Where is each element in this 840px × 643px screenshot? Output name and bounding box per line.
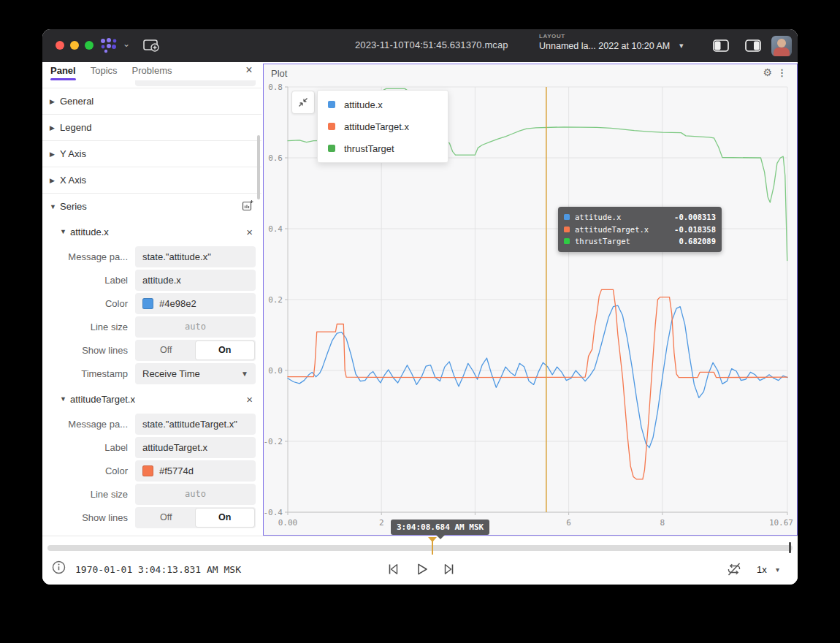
caret-right-icon: ▶ — [50, 124, 60, 132]
sidebar-close-icon[interactable]: × — [243, 64, 256, 77]
y-tick-label: 0.4 — [268, 224, 283, 234]
series-header-attitude-x[interactable]: ▼attitude.x× — [42, 219, 261, 244]
field-row-message-pa: Message pa...state."attitudeTarget.x" — [42, 414, 256, 435]
user-avatar[interactable] — [771, 36, 792, 56]
field-label: Timestamp — [42, 368, 135, 379]
line-size-input[interactable]: auto — [135, 316, 256, 338]
app-menu-chevron-icon[interactable]: ⌄ — [123, 39, 130, 49]
add-series-icon[interactable] — [242, 199, 254, 213]
playback-info-icon[interactable] — [52, 560, 66, 577]
tooltip-swatch-icon — [564, 227, 570, 232]
field-label: Color — [42, 465, 135, 476]
field-label: Label — [42, 275, 135, 286]
field-label: Line size — [42, 322, 135, 332]
sidebar-section-x-axis[interactable]: ▶X Axis — [42, 167, 261, 193]
legend-label: attitude.x — [344, 99, 383, 110]
toggle-option-off[interactable]: Off — [137, 341, 196, 359]
series-header-attitudetarget-x[interactable]: ▼attitudeTarget.x× — [42, 387, 261, 411]
titlebar: ⌄ 2023-11-10T04:51:45.631370.mcap LAYOUT… — [42, 29, 798, 62]
caret-down-icon: ▼ — [60, 395, 70, 403]
scrubber-playhead[interactable] — [789, 542, 791, 553]
play-button[interactable] — [414, 561, 430, 580]
field-row-line-size: Line sizeauto — [42, 316, 256, 338]
right-sidebar-toggle-icon[interactable] — [744, 39, 762, 56]
foxglove-logo-icon[interactable] — [99, 37, 118, 57]
speed-chevron-icon[interactable]: ▾ — [776, 566, 779, 574]
y-tick-label: 0.6 — [268, 153, 283, 163]
y-tick-label: -0.4 — [264, 508, 283, 517]
close-window-button[interactable] — [56, 41, 64, 50]
zoom-window-button[interactable] — [85, 41, 93, 50]
legend-swatch-icon — [328, 145, 335, 152]
current-timestamp: 1970-01-01 3:04:13.831 AM MSK — [75, 564, 241, 575]
series-name: attitudeTarget.x — [70, 394, 135, 405]
x-tick-label: 0.00 — [278, 518, 298, 528]
field-row-line-size: Line sizeauto — [42, 484, 256, 505]
layout-selector[interactable]: LAYOUT Unnamed la... 2022 at 10:20 AM — [539, 33, 670, 51]
plot-panel[interactable]: Plot ⚙ ⋮ 0.80.60.40.20.0-0.2-0.40.002468… — [263, 64, 798, 536]
sidebar-scrollbar[interactable] — [257, 135, 260, 199]
left-sidebar-toggle-icon[interactable] — [712, 39, 730, 56]
tab-panel[interactable]: Panel — [50, 65, 76, 78]
playback-scrubber[interactable] — [47, 545, 793, 551]
series-line-attitude-x[interactable] — [288, 305, 787, 448]
toggle-option-on[interactable]: On — [196, 509, 255, 527]
section-label: Y Axis — [60, 148, 86, 159]
tooltip-swatch-icon — [564, 214, 570, 220]
tab-problems[interactable]: Problems — [132, 65, 172, 78]
seek-backward-button[interactable] — [385, 561, 401, 580]
loop-off-icon[interactable] — [725, 561, 743, 580]
label-input[interactable]: attitudeTarget.x — [135, 437, 256, 458]
message-pa-input[interactable]: state."attitudeTarget.x" — [135, 414, 256, 435]
toggle-option-on[interactable]: On — [196, 341, 255, 359]
sidebar-section-general[interactable]: ▶General — [42, 88, 261, 114]
field-label: Label — [42, 442, 135, 453]
label-input[interactable]: attitude.x — [135, 270, 256, 291]
series-line-attitudetarget-x[interactable] — [288, 289, 787, 479]
add-panel-icon[interactable] — [142, 37, 161, 57]
playback-speed[interactable]: 1x — [757, 564, 767, 575]
tooltip-series-label: thrustTarget — [575, 237, 630, 246]
color-swatch — [142, 465, 153, 476]
sidebar-section-y-axis[interactable]: ▶Y Axis — [42, 140, 261, 167]
seek-forward-button[interactable] — [441, 561, 457, 580]
data-source-title[interactable]: 2023-11-10T04:51:45.631370.mcap — [355, 39, 560, 50]
panel-title-row: Title Plot — [42, 80, 261, 88]
timestamp-select[interactable]: Receive Time▼ — [135, 363, 256, 384]
hover-values-tooltip: attitude.x-0.008313attitudeTarget.x-0.01… — [558, 207, 722, 252]
tooltip-series-value: -0.018358 — [674, 225, 716, 234]
y-tick-label: 0.8 — [268, 83, 283, 92]
tooltip-series-label: attitudeTarget.x — [575, 225, 649, 234]
legend-item-attitudetarget-x[interactable]: attitudeTarget.x — [318, 115, 448, 137]
field-row-show-lines: Show linesOffOn — [42, 507, 256, 528]
field-row-color: Color#4e98e2 — [42, 293, 256, 314]
sidebar-section-series[interactable]: ▼Series — [42, 193, 261, 219]
legend-item-thrusttarget[interactable]: thrustTarget — [318, 137, 448, 159]
sidebar-section-legend[interactable]: ▶Legend — [42, 114, 261, 140]
x-tick-label: 10.67 — [769, 518, 793, 528]
avatar-head — [777, 39, 786, 47]
minimize-window-button[interactable] — [70, 41, 79, 50]
legend-item-attitude-x[interactable]: attitude.x — [318, 94, 448, 115]
layout-chevron-icon[interactable]: ▾ — [679, 41, 684, 50]
tab-topics[interactable]: Topics — [91, 65, 118, 78]
field-label: Show lines — [42, 512, 135, 523]
scrubber-hover-time-tooltip: 3:04:08.684 AM MSK — [391, 520, 489, 535]
field-label: Color — [42, 298, 135, 309]
y-tick-label: 0.2 — [268, 295, 283, 305]
line-size-input[interactable]: auto — [135, 484, 256, 505]
remove-series-icon[interactable]: × — [246, 226, 253, 238]
color-field[interactable]: #f5774d — [135, 460, 256, 482]
tooltip-swatch-icon — [564, 238, 570, 244]
caret-right-icon: ▶ — [50, 98, 60, 105]
toggle-option-off[interactable]: Off — [137, 509, 196, 527]
legend-collapse-button[interactable] — [291, 91, 315, 114]
color-field[interactable]: #4e98e2 — [135, 293, 256, 314]
caret-right-icon: ▶ — [50, 177, 60, 184]
title-field-input[interactable]: Plot — [135, 80, 256, 86]
layout-name: Unnamed la... 2022 at 10:20 AM — [539, 41, 670, 51]
series-name: attitude.x — [70, 227, 109, 237]
field-row-label: LabelattitudeTarget.x — [42, 437, 256, 458]
message-pa-input[interactable]: state."attitude.x" — [135, 246, 256, 267]
remove-series-icon[interactable]: × — [246, 393, 253, 406]
